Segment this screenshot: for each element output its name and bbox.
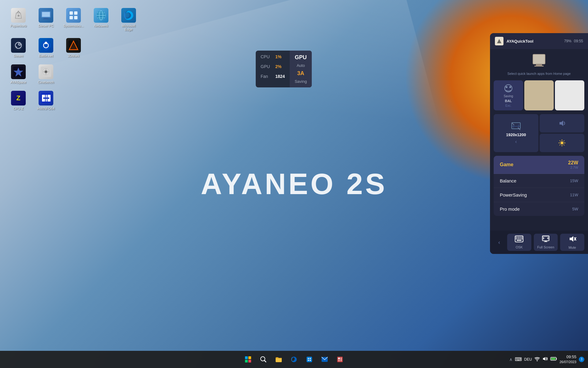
language-indicator[interactable]: DEU: [524, 357, 532, 362]
svg-line-54: [564, 140, 564, 141]
aya-logo: [495, 37, 503, 45]
svg-rect-60: [521, 237, 522, 238]
svg-point-21: [45, 42, 47, 44]
edge-label: Microsoft Edge: [118, 24, 139, 31]
ql-bal-label: BAL: [505, 99, 512, 103]
toolbar-back-btn[interactable]: ‹: [494, 237, 505, 248]
icon-row-1: ♻ Papierkorb Dieser PC Systemsteu... Net…: [6, 6, 141, 33]
taskbar-center: [241, 353, 347, 366]
svg-line-78: [264, 360, 266, 362]
wifi-icon[interactable]: [534, 356, 540, 362]
resolution-row: 588x368 ‹: [494, 114, 584, 152]
search-button[interactable]: [257, 353, 270, 366]
resolution-value: 588x368: [506, 132, 526, 137]
icon-control-panel[interactable]: Systemsteu...: [61, 6, 86, 33]
svg-rect-59: [519, 237, 521, 238]
icon-this-pc[interactable]: Dieser PC: [34, 6, 58, 33]
clock[interactable]: 09:55 26/07/2023: [560, 354, 576, 365]
snip-button[interactable]: [333, 353, 347, 366]
svg-rect-9: [74, 16, 77, 19]
taskbar: ∧ ⌨ DEU: [0, 351, 588, 368]
explorer-button[interactable]: [272, 353, 285, 366]
icon-network[interactable]: Netzwerk: [89, 6, 113, 33]
balance-label: Balance: [500, 178, 516, 183]
svg-rect-6: [70, 11, 73, 15]
fullscreen-btn[interactable]: Full Screen: [534, 234, 558, 251]
gpu-value: 2%: [275, 64, 281, 69]
svg-rect-73: [245, 356, 248, 359]
power-saving[interactable]: PowerSaving 11W: [494, 188, 584, 202]
cpuz-label: CPU-Z: [13, 107, 24, 110]
gpu-section-label: GPU: [295, 54, 307, 61]
svg-rect-38: [536, 64, 542, 66]
icon-row-3: AYASpace Cinebench: [6, 63, 141, 86]
icon-cpuz[interactable]: Z CPU-Z: [6, 89, 31, 112]
mail-button[interactable]: [318, 353, 331, 366]
taskbar-edge[interactable]: [287, 353, 301, 366]
powersaving-label: PowerSaving: [500, 192, 527, 197]
svg-rect-39: [534, 66, 544, 67]
promode-label: Pro mode: [500, 206, 520, 212]
svg-point-15: [13, 40, 23, 50]
svg-rect-57: [516, 237, 517, 238]
osk-btn[interactable]: OSK: [507, 234, 531, 251]
aya-title: AYAQuickTool: [507, 39, 533, 44]
svg-rect-43: [512, 123, 520, 129]
svg-marker-70: [570, 236, 573, 242]
icon-battlenet[interactable]: Battle.net: [34, 36, 58, 59]
brightness-item[interactable]: [540, 134, 584, 152]
resolution-prev[interactable]: ‹: [515, 139, 517, 144]
battlenet-label: Battle.net: [39, 54, 53, 58]
svg-rect-74: [248, 356, 251, 359]
ql-item-3[interactable]: [555, 80, 584, 110]
volume-icon[interactable]: [542, 356, 548, 362]
icon-3dmark[interactable]: 3DMark: [61, 36, 86, 59]
start-button[interactable]: [241, 353, 255, 366]
svg-rect-75: [245, 360, 248, 362]
aya-content: Select quick launch apps from Home page …: [490, 49, 588, 231]
icon-steam[interactable]: Steam: [6, 36, 31, 59]
header-time: 09:55: [574, 39, 583, 43]
resolution-item[interactable]: 588x368 ‹: [494, 114, 538, 152]
icon-recycle[interactable]: ♻ Papierkorb: [6, 6, 31, 33]
svg-rect-88: [341, 358, 342, 361]
power-game[interactable]: Game 22W 2.7W: [494, 156, 584, 174]
aya-icon-area: [494, 53, 584, 68]
svg-point-90: [537, 360, 537, 361]
power-balance[interactable]: Balance 15W: [494, 174, 584, 188]
auto-label: Auto: [297, 63, 305, 68]
ql-item-bal[interactable]: Saving BAL Exc.: [494, 80, 523, 110]
volume-item[interactable]: [540, 114, 584, 132]
time-display: 09:55: [560, 354, 576, 360]
taskbar-right: ∧ ⌨ DEU: [509, 354, 584, 365]
control-panel-label: Systemsteu...: [63, 24, 84, 28]
aya-panel: AYAQuickTool 79% 09:55 Select quick laun…: [490, 33, 588, 254]
hwinfo-label: HWINFO64: [37, 107, 55, 110]
cpuz-icon: Z: [11, 91, 26, 105]
svg-rect-67: [542, 236, 549, 237]
svg-rect-65: [517, 240, 522, 241]
svg-rect-3: [44, 18, 48, 19]
icon-cinebench[interactable]: Cinebench: [34, 63, 58, 86]
store-button[interactable]: [303, 353, 316, 366]
power-pro[interactable]: Pro mode 5W: [494, 202, 584, 216]
quick-launch-grid: Saving BAL Exc.: [494, 80, 584, 110]
ayaspace-icon: [11, 64, 26, 79]
icon-ayaspace[interactable]: AYASpace: [6, 63, 31, 86]
tray-expand[interactable]: ∧: [509, 357, 512, 362]
current-value: 3A: [297, 70, 304, 77]
battery-icon[interactable]: [550, 357, 557, 362]
svg-rect-84: [310, 360, 311, 361]
keyboard-icon[interactable]: ⌨: [515, 356, 522, 362]
icon-edge[interactable]: Microsoft Edge: [116, 6, 141, 33]
svg-rect-7: [74, 11, 77, 15]
mute-btn[interactable]: Mute: [560, 234, 584, 251]
svg-rect-62: [518, 238, 519, 239]
svg-line-53: [564, 144, 564, 145]
icon-hwinfo[interactable]: HWINFO64: [34, 89, 58, 112]
cinebench-label: Cinebench: [38, 80, 54, 84]
svg-rect-82: [310, 358, 311, 359]
ql-item-2[interactable]: [524, 80, 554, 110]
notification-badge[interactable]: 3: [579, 357, 584, 362]
svg-point-42: [509, 86, 511, 88]
